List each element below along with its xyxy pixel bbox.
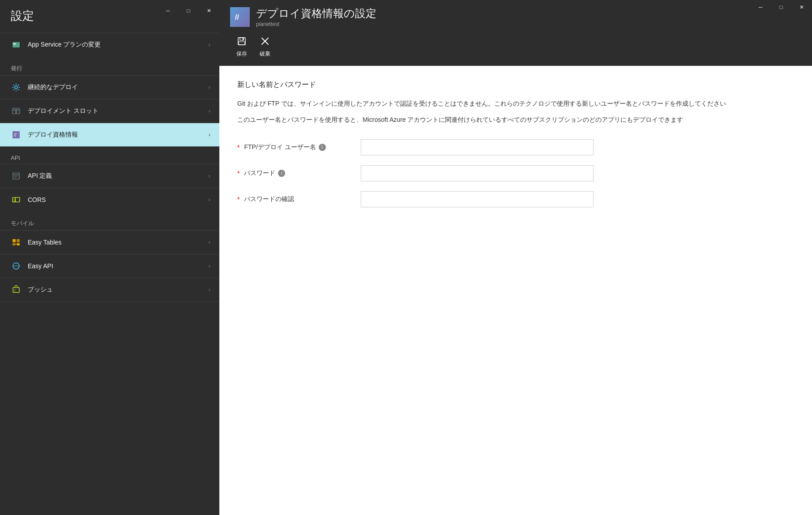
- svg-text://: //: [235, 13, 239, 21]
- required-star-password: *: [237, 170, 239, 177]
- left-panel: 設定 ─ □ ✕ App Service プランの変更 › 発行: [0, 0, 219, 515]
- password-label-text: パスワード: [244, 169, 275, 177]
- password-field[interactable]: [361, 165, 594, 181]
- appservice-icon: [11, 39, 21, 50]
- chevron-slots: ›: [209, 108, 210, 114]
- form-description-1: Git および FTP では、サインインに使用したアカウントで認証を受けることは…: [237, 99, 794, 108]
- svg-rect-18: [13, 243, 16, 245]
- chevron-continuous: ›: [209, 84, 210, 90]
- password-label: * パスワード i: [237, 169, 354, 177]
- panel-icon: //: [230, 7, 250, 27]
- menu-label-continuous: 継続的なデプロイ: [28, 83, 78, 91]
- menu-item-push[interactable]: ! プッシュ ›: [0, 278, 219, 302]
- ftp-username-field[interactable]: [361, 139, 594, 155]
- svg-rect-19: [17, 243, 20, 245]
- chevron-api-def: ›: [209, 173, 210, 179]
- form-row-ftp-username: * FTP/デプロイ ユーザー名 i: [237, 139, 794, 155]
- menu-label-easy-api: Easy API: [28, 262, 53, 270]
- confirm-password-label: * パスワードの確認: [237, 195, 354, 203]
- svg-point-2: [15, 86, 17, 89]
- svg-rect-5: [13, 110, 15, 111]
- save-button[interactable]: 保存: [230, 34, 253, 60]
- section-label-publish: 発行: [0, 56, 219, 75]
- menu-label-deploy-creds: デプロイ資格情報: [28, 131, 78, 139]
- menu-item-cors[interactable]: ! CORS ›: [0, 188, 219, 211]
- svg-rect-15: [15, 197, 16, 202]
- svg-rect-28: [239, 42, 245, 45]
- slots-icon: [11, 106, 21, 116]
- easyapi-icon: [11, 261, 21, 271]
- chevron-cors: ›: [209, 197, 210, 203]
- required-star-confirm: *: [237, 196, 239, 203]
- required-star-ftp: *: [237, 144, 239, 151]
- right-panel: ─ □ ✕ // デプロイ資格情報の設定 pianettest: [219, 0, 812, 515]
- tables-icon: [11, 237, 21, 248]
- svg-rect-0: [13, 42, 20, 47]
- menu-item-easy-api[interactable]: Easy API ›: [0, 254, 219, 278]
- toolbar: 保存 破棄: [230, 29, 801, 66]
- confirm-password-field[interactable]: [361, 191, 594, 207]
- menu-item-deploy-credentials[interactable]: // デプロイ資格情報 ›: [0, 123, 219, 146]
- menu-label-push: プッシュ: [28, 286, 53, 294]
- right-close-button[interactable]: ✕: [791, 0, 812, 14]
- svg-rect-4: [17, 108, 20, 114]
- window-controls-left: ─ □ ✕: [158, 4, 219, 18]
- ftp-username-label: * FTP/デプロイ ユーザー名 i: [237, 143, 354, 151]
- chevron-deploy-creds: ›: [209, 132, 210, 138]
- menu-label-appservice: App Service プランの変更: [28, 41, 101, 49]
- left-panel-content: App Service プランの変更 › 発行 継続的なデプロイ ›: [0, 29, 219, 515]
- svg-text:!: !: [13, 199, 14, 202]
- form-row-password: * パスワード i: [237, 165, 794, 181]
- menu-item-continuous-deploy[interactable]: 継続的なデプロイ ›: [0, 75, 219, 99]
- discard-label: 破棄: [260, 50, 270, 58]
- password-info-icon[interactable]: i: [278, 170, 285, 177]
- right-title-row: // デプロイ資格情報の設定 pianettest: [230, 0, 801, 29]
- title-text-block: デプロイ資格情報の設定 pianettest: [256, 6, 376, 27]
- cors-icon: !: [11, 194, 21, 205]
- close-button[interactable]: ✕: [199, 4, 219, 18]
- chevron-push: ›: [209, 287, 210, 293]
- form-section-title: 新しい名前とパスワード: [237, 80, 794, 90]
- confirm-password-label-text: パスワードの確認: [244, 195, 294, 203]
- right-minimize-button[interactable]: ─: [750, 0, 771, 14]
- svg-rect-16: [13, 239, 16, 242]
- minimize-button[interactable]: ─: [158, 4, 178, 18]
- form-row-confirm-password: * パスワードの確認: [237, 191, 794, 207]
- menu-label-easy-tables: Easy Tables: [28, 239, 61, 246]
- panel-subtitle: pianettest: [256, 21, 376, 27]
- svg-rect-17: [17, 239, 20, 242]
- menu-item-api-definition[interactable]: API 定義 ›: [0, 164, 219, 188]
- panel-title: デプロイ資格情報の設定: [256, 6, 376, 21]
- svg-text:!: !: [14, 289, 15, 292]
- svg-text://: //: [14, 133, 17, 137]
- menu-label-slots: デプロイメント スロット: [28, 107, 98, 115]
- section-label-mobile: モバイル: [0, 211, 219, 230]
- right-panel-header: ─ □ ✕ // デプロイ資格情報の設定 pianettest: [219, 0, 812, 66]
- menu-label-api-def: API 定義: [28, 172, 52, 180]
- ftp-username-label-text: FTP/デプロイ ユーザー名: [244, 143, 316, 151]
- maximize-button[interactable]: □: [178, 4, 199, 18]
- chevron-easy-api: ›: [209, 263, 210, 269]
- svg-rect-26: [238, 38, 245, 45]
- gear-icon: [11, 82, 21, 93]
- chevron-easy-tables: ›: [209, 239, 210, 245]
- menu-item-appservice[interactable]: App Service プランの変更 ›: [0, 33, 219, 56]
- discard-button[interactable]: 破棄: [253, 34, 277, 60]
- push-icon: !: [11, 284, 21, 295]
- svg-rect-1: [13, 43, 16, 45]
- svg-rect-3: [13, 108, 16, 114]
- ftp-username-info-icon[interactable]: i: [319, 144, 326, 151]
- svg-rect-6: [17, 110, 19, 111]
- svg-rect-29: [243, 38, 244, 40]
- menu-label-cors: CORS: [28, 196, 46, 203]
- menu-item-deployment-slots[interactable]: デプロイメント スロット ›: [0, 99, 219, 123]
- window-controls-right: ─ □ ✕: [750, 0, 812, 14]
- section-label-api: API: [0, 146, 219, 164]
- form-description-2: このユーザー名とパスワードを使用すると、Microsoft Azure アカウン…: [237, 115, 794, 124]
- api-icon: [11, 171, 21, 181]
- menu-item-easy-tables[interactable]: Easy Tables ›: [0, 230, 219, 254]
- chevron-appservice: ›: [209, 42, 210, 48]
- right-maximize-button[interactable]: □: [771, 0, 791, 14]
- right-panel-body: 新しい名前とパスワード Git および FTP では、サインインに使用したアカウ…: [219, 66, 812, 515]
- deploy-icon: //: [11, 129, 21, 140]
